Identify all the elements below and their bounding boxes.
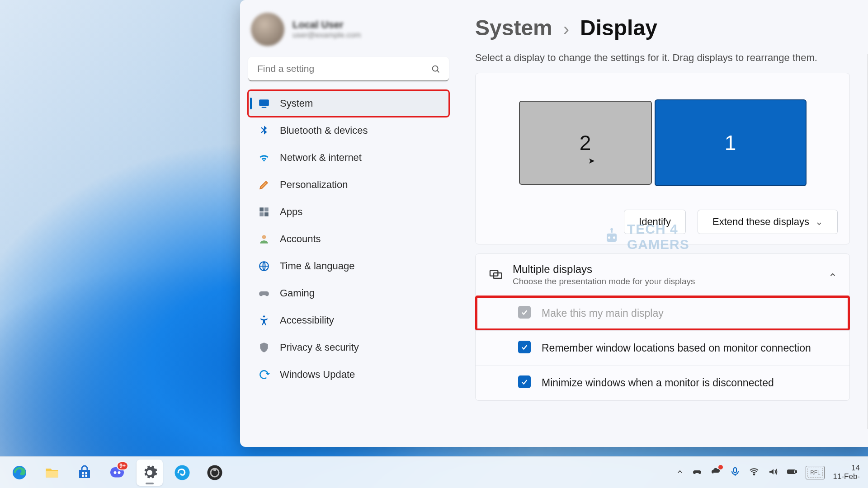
breadcrumb-parent[interactable]: System (475, 15, 552, 40)
nav-item-time-language[interactable]: Time & language (248, 253, 449, 279)
settings-main: System › Display Select a display to cha… (457, 0, 868, 447)
svg-point-25 (114, 471, 117, 474)
page-hint: Select a display to change the settings … (475, 52, 850, 64)
user-profile[interactable]: Local User user@example.com (248, 8, 449, 48)
chevron-right-icon: › (563, 19, 569, 39)
settings-window: Local User user@example.com System Bluet… (240, 0, 868, 447)
tray-language-indicator[interactable]: RFL (806, 466, 825, 479)
svg-rect-4 (259, 207, 264, 211)
bluetooth-icon (258, 125, 270, 136)
taskbar-microsoft-store[interactable] (71, 460, 98, 486)
option-label: Minimize windows when a monitor is disco… (542, 375, 774, 390)
nav-item-privacy[interactable]: Privacy & security (248, 334, 449, 361)
taskbar-obs[interactable] (202, 460, 228, 486)
dropdown-label: Extend these displays (712, 216, 809, 228)
display-number: 1 (725, 131, 736, 155)
svg-rect-20 (82, 472, 84, 474)
tray-overflow[interactable] (676, 468, 684, 477)
breadcrumb: System › Display (475, 15, 850, 40)
tray-battery-icon[interactable] (787, 466, 797, 479)
nav-item-network[interactable]: Network & internet (248, 145, 449, 171)
arranger-controls: Identify Extend these displays (487, 210, 838, 234)
nav-label: Windows Update (280, 369, 355, 380)
brush-icon (258, 179, 270, 191)
option-minimize-on-disconnect[interactable]: Minimize windows when a monitor is disco… (476, 365, 849, 400)
nav-item-gaming[interactable]: Gaming (248, 280, 449, 306)
nav-label: Accounts (280, 233, 321, 245)
multiple-displays-icon (488, 267, 503, 282)
multiple-displays-card: Multiple displays Choose the presentatio… (475, 253, 850, 401)
header-title: Multiple displays (513, 263, 695, 276)
taskbar-edge[interactable] (6, 460, 33, 486)
nav-label: Gaming (280, 287, 315, 299)
taskbar-discord[interactable]: 9+ (104, 460, 130, 486)
svg-rect-23 (85, 474, 88, 477)
cursor-icon: ➤ (588, 156, 595, 166)
svg-point-10 (263, 315, 265, 317)
display-arranger[interactable]: 2 ➤ 1 (487, 84, 838, 202)
svg-point-26 (118, 471, 121, 474)
search-icon (431, 64, 441, 74)
svg-point-27 (175, 465, 190, 480)
identify-button[interactable]: Identify (624, 210, 686, 234)
display-tile-2[interactable]: 2 ➤ (519, 101, 652, 185)
nav-label: Bluetooth & devices (280, 125, 368, 136)
system-tray: RFL 14 11-Feb- (676, 464, 862, 481)
button-label: Identify (639, 216, 671, 228)
multiple-displays-header[interactable]: Multiple displays Choose the presentatio… (476, 254, 849, 296)
svg-point-8 (262, 235, 266, 239)
header-titles: Multiple displays Choose the presentatio… (513, 263, 695, 286)
nav-item-personalization[interactable]: Personalization (248, 172, 449, 198)
nav-label: Time & language (280, 260, 355, 272)
display-icon (258, 98, 270, 109)
svg-point-0 (433, 66, 438, 71)
taskbar-settings[interactable] (137, 460, 163, 486)
nav-item-system[interactable]: System (248, 90, 449, 117)
display-arranger-card: 2 ➤ 1 Identify Extend these displays (475, 73, 850, 244)
tray-clock[interactable]: 14 11-Feb- (833, 464, 862, 481)
display-mode-dropdown[interactable]: Extend these displays (698, 210, 838, 234)
search-input[interactable] (248, 57, 449, 81)
tray-onedrive-icon[interactable] (711, 466, 722, 479)
svg-point-30 (213, 469, 216, 471)
nav-item-accessibility[interactable]: Accessibility (248, 307, 449, 333)
option-label: Make this my main display (542, 306, 664, 320)
nav-label: System (280, 98, 313, 109)
shield-icon (258, 342, 270, 353)
profile-text: Local User user@example.com (292, 19, 361, 40)
search-container (248, 57, 449, 81)
taskbar-app-swirl[interactable] (169, 460, 195, 486)
clock-time: 14 (833, 464, 860, 473)
svg-rect-2 (259, 99, 269, 106)
nav-item-apps[interactable]: Apps (248, 199, 449, 225)
nav-label: Personalization (280, 179, 348, 191)
nav-item-windows-update[interactable]: Windows Update (248, 361, 449, 388)
profile-email: user@example.com (292, 31, 361, 40)
svg-rect-31 (734, 468, 736, 473)
checkbox-checked[interactable] (518, 375, 531, 388)
tray-volume-icon[interactable] (768, 466, 778, 479)
svg-rect-35 (788, 471, 794, 473)
display-tile-1[interactable]: 1 (655, 99, 807, 186)
chevron-down-icon (816, 218, 823, 225)
checkbox-disabled-checked (518, 306, 531, 319)
settings-sidebar: Local User user@example.com System Bluet… (240, 0, 457, 447)
wifi-icon (258, 152, 270, 164)
person-icon (258, 233, 270, 245)
taskbar-file-explorer[interactable] (39, 460, 65, 486)
page-title: Display (580, 15, 657, 40)
option-remember-locations[interactable]: Remember window locations based on monit… (476, 330, 849, 365)
gamepad-icon (258, 287, 270, 299)
header-subtitle: Choose the presentation mode for your di… (513, 277, 695, 286)
nav-item-accounts[interactable]: Accounts (248, 226, 449, 252)
checkbox-checked[interactable] (518, 341, 531, 353)
svg-rect-34 (796, 471, 797, 473)
nav-label: Network & internet (280, 152, 362, 164)
settings-nav: System Bluetooth & devices Network & int… (248, 90, 449, 388)
tray-mic-icon[interactable] (730, 466, 741, 479)
nav-item-bluetooth[interactable]: Bluetooth & devices (248, 117, 449, 144)
tray-wifi-icon[interactable] (749, 466, 760, 479)
option-label: Remember window locations based on monit… (542, 341, 811, 355)
tray-controller-icon[interactable] (692, 466, 703, 479)
clock-date: 11-Feb- (833, 473, 860, 481)
